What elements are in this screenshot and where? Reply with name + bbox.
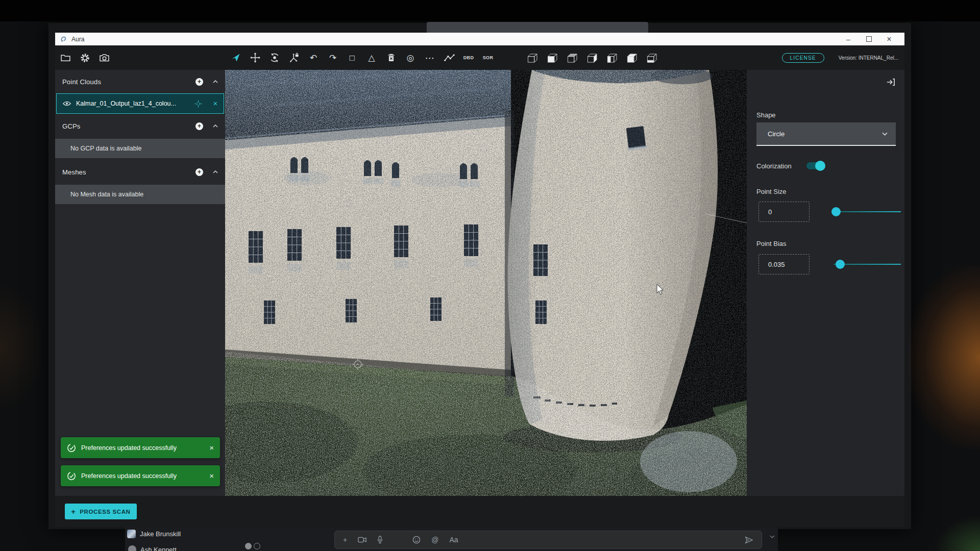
delete-trash-icon[interactable]	[385, 52, 397, 64]
chevron-down-icon	[882, 132, 888, 136]
desktop-wallpaper-glow	[909, 265, 980, 449]
maximize-button[interactable]	[859, 33, 879, 45]
measure-polyline-icon[interactable]	[443, 52, 455, 64]
point-bias-label: Point Bias	[756, 240, 787, 247]
point-clouds-header: Point Clouds +	[55, 74, 225, 89]
maximize-icon	[866, 36, 872, 42]
point-size-label: Point Size	[756, 188, 787, 195]
section-title: GCPs	[62, 122, 80, 130]
chat-contact-row[interactable]: Jake Brunskill	[127, 530, 181, 538]
check-circle-icon	[67, 443, 76, 453]
chevron-up-icon[interactable]	[213, 80, 218, 83]
remove-point-cloud-icon[interactable]: ×	[213, 99, 217, 108]
shape-dropdown[interactable]: Circle	[756, 122, 896, 146]
message-input-bar[interactable]: + @ Aa	[334, 531, 762, 549]
toast-message: Preferences updated successfully	[81, 472, 204, 480]
point-cloud-name: Kalmar_01_Output_laz1_4_colou...	[76, 100, 189, 107]
close-button[interactable]: ×	[879, 33, 899, 45]
point-cloud-render	[225, 70, 747, 496]
view-bottom-icon[interactable]	[645, 52, 657, 64]
point-bias-input[interactable]	[758, 254, 810, 274]
point-size-slider-handle[interactable]	[831, 207, 841, 216]
more-ellipsis-icon[interactable]: ⋯	[424, 52, 436, 64]
background-window-titlebar	[427, 22, 648, 33]
view-left-icon[interactable]	[605, 52, 618, 64]
colorization-toggle[interactable]	[806, 162, 825, 169]
shape-value: Circle	[768, 130, 882, 138]
chevron-up-icon[interactable]	[213, 124, 218, 128]
section-title: Point Clouds	[62, 78, 101, 86]
chevron-down-icon[interactable]	[770, 535, 775, 538]
avatar	[245, 543, 252, 549]
view-front-icon[interactable]	[546, 52, 558, 64]
visibility-eye-icon[interactable]	[63, 101, 71, 106]
triangle-select-icon[interactable]: △	[365, 52, 378, 64]
target-center-icon[interactable]: ◎	[404, 52, 416, 64]
license-badge[interactable]: LICENSE	[782, 53, 824, 63]
dbd-filter-button[interactable]: DBD	[462, 52, 475, 64]
title-bar: Aura – ×	[55, 33, 904, 45]
chevron-up-icon[interactable]	[213, 170, 218, 173]
point-size-input[interactable]	[758, 202, 810, 222]
version-text: Version: INTERNAL_Rel...	[839, 55, 898, 61]
pivot-lock-icon[interactable]	[288, 52, 300, 64]
view-back-icon[interactable]	[566, 52, 578, 64]
point-size-slider[interactable]	[834, 211, 901, 212]
toast-close-icon[interactable]: ×	[209, 443, 214, 452]
camera-icon[interactable]	[98, 52, 110, 64]
rectangle-select-icon[interactable]: □	[346, 52, 358, 64]
contact-name: Ash Kennett	[140, 546, 177, 551]
view-right-icon[interactable]	[585, 52, 598, 64]
avatar	[254, 543, 260, 549]
point-bias-slider-handle[interactable]	[836, 260, 845, 269]
format-icon[interactable]: Aa	[449, 536, 458, 544]
send-icon[interactable]	[745, 536, 753, 544]
collapse-panel-icon[interactable]	[886, 78, 895, 86]
toast-notification: Preferences updated successfully ×	[61, 437, 220, 458]
mesh-empty-message: No Mesh data is available	[55, 185, 225, 204]
attach-plus-icon[interactable]: +	[343, 536, 347, 544]
toolbar: ↶ ↷ □ △ ◎ ⋯ DBD SOR	[55, 45, 904, 70]
redo-icon[interactable]: ↷	[327, 52, 339, 64]
orbit-rotate-icon[interactable]	[268, 52, 281, 64]
chat-contact-row[interactable]: Ash Kennett	[128, 545, 177, 551]
move-tool-icon[interactable]	[249, 52, 261, 64]
open-folder-icon[interactable]	[59, 52, 71, 64]
view-cube-iso-icon[interactable]	[526, 52, 538, 64]
view-top-icon[interactable]	[625, 52, 638, 64]
inspector-panel: Shape Circle Colorization Point Size Poi…	[747, 70, 904, 496]
navigate-cursor-icon[interactable]	[230, 52, 242, 64]
video-camera-icon[interactable]	[358, 537, 366, 543]
process-scan-label: PROCESS SCAN	[80, 509, 130, 515]
plus-icon: +	[71, 508, 76, 516]
chat-bar: Jake Brunskill Ash Kennett + @ Aa	[125, 527, 778, 551]
colorization-label: Colorization	[756, 162, 792, 170]
add-point-cloud-button[interactable]: +	[195, 78, 203, 86]
process-scan-button[interactable]: + PROCESS SCAN	[65, 504, 137, 519]
desktop-screen: Jake Brunskill Ash Kennett + @ Aa	[0, 0, 980, 551]
microphone-icon[interactable]	[377, 536, 383, 544]
check-circle-icon	[67, 471, 76, 481]
toast-close-icon[interactable]: ×	[209, 471, 214, 480]
avatar	[127, 530, 136, 538]
window-title: Aura	[71, 36, 84, 43]
sor-filter-button[interactable]: SOR	[482, 52, 494, 64]
layers-sidebar: Point Clouds + Kalmar_01_Output_laz1_4_c…	[55, 70, 225, 496]
desktop-wallpaper-green	[934, 515, 980, 551]
mention-icon[interactable]: @	[431, 536, 438, 544]
screen-top-strip	[0, 0, 980, 21]
focus-crosshair-icon[interactable]	[194, 100, 202, 108]
app-logo-icon	[60, 36, 67, 42]
emoji-icon[interactable]	[412, 536, 421, 544]
add-mesh-button[interactable]: +	[195, 168, 203, 176]
point-bias-slider[interactable]	[834, 264, 901, 265]
settings-gear-icon[interactable]	[79, 52, 91, 64]
toast-notification: Preferences updated successfully ×	[61, 465, 220, 486]
add-gcp-button[interactable]: +	[195, 122, 203, 130]
undo-icon[interactable]: ↶	[307, 52, 320, 64]
point-cloud-item-selected[interactable]: Kalmar_01_Output_laz1_4_colou... ×	[56, 93, 224, 114]
minimize-button[interactable]: –	[838, 33, 859, 45]
viewport-3d[interactable]	[225, 70, 747, 496]
desktop-wallpaper-left	[0, 286, 41, 408]
section-title: Meshes	[62, 168, 86, 176]
